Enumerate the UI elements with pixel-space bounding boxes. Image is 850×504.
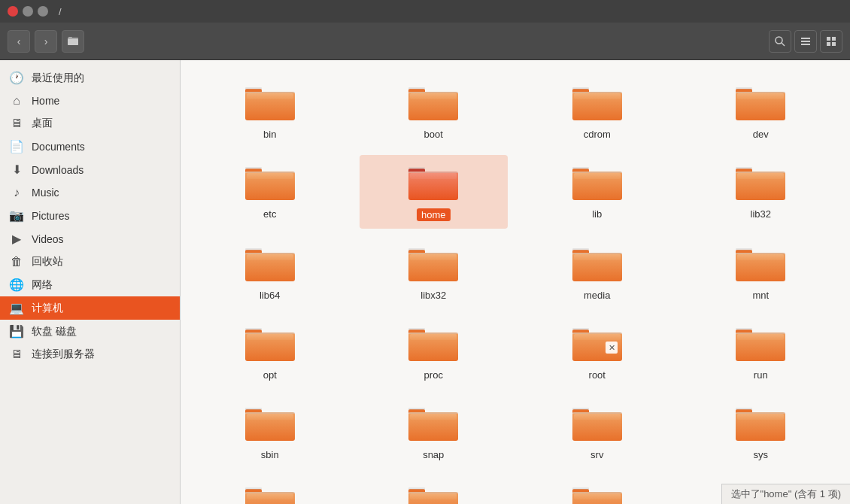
folder-bin[interactable]: bin — [196, 75, 345, 147]
sidebar-label-recent: 最近使用的 — [32, 71, 171, 85]
svg-rect-51 — [736, 172, 785, 173]
computer-icon: 💻 — [9, 301, 24, 315]
sidebar-item-floppy[interactable]: 💾软盘 磁盘 — [0, 320, 180, 343]
svg-rect-13 — [245, 87, 262, 90]
svg-rect-115 — [245, 487, 262, 490]
svg-rect-63 — [572, 248, 589, 250]
recent-icon: 🕐 — [9, 71, 24, 85]
folder-tmp[interactable]: tmp — [196, 475, 345, 504]
folder-name-root: root — [589, 369, 606, 381]
svg-rect-81 — [408, 332, 458, 334]
folder-icon-lib — [571, 162, 624, 204]
folder-root[interactable]: ✕ root — [523, 316, 672, 388]
folder-icon-mnt — [734, 244, 787, 285]
folder-icon-lib64 — [244, 244, 296, 285]
folder-media[interactable]: media — [523, 236, 672, 308]
sidebar-item-videos[interactable]: ▶Videos — [0, 227, 180, 250]
svg-rect-23 — [572, 87, 589, 90]
folder-libx32[interactable]: libx32 — [360, 236, 508, 308]
maximize-button[interactable] — [38, 6, 48, 17]
svg-rect-76 — [245, 332, 295, 334]
folder-etc[interactable]: etc — [196, 155, 345, 229]
location-button[interactable] — [62, 30, 84, 53]
svg-rect-118 — [245, 492, 295, 493]
svg-rect-75 — [247, 334, 293, 340]
folder-icon-lib32 — [734, 162, 787, 204]
folder-proc[interactable]: proc — [360, 316, 508, 388]
sidebar-label-videos: Videos — [32, 233, 171, 245]
list-view-button[interactable] — [794, 30, 817, 53]
folder-mnt[interactable]: mnt — [687, 236, 836, 308]
folder-grid: bin boot — [196, 75, 835, 504]
folder-name-lib64: lib64 — [260, 290, 280, 301]
sidebar-item-pictures[interactable]: 📷Pictures — [0, 204, 180, 227]
sidebar-label-computer: 计算机 — [32, 302, 171, 315]
sidebar-item-documents[interactable]: 📄Documents — [0, 135, 180, 158]
folder-name-snap: snap — [423, 449, 444, 460]
back-button[interactable]: ‹ — [8, 30, 30, 53]
folder-lib[interactable]: lib — [523, 155, 672, 229]
folder-boot[interactable]: boot — [360, 75, 508, 147]
sidebar-item-desktop[interactable]: 🖥桌面 — [0, 112, 180, 135]
sidebar-label-desktop: 桌面 — [32, 117, 171, 130]
folder-icon-etc — [244, 162, 296, 204]
folder-srv[interactable]: srv — [523, 396, 672, 468]
folder-usr[interactable]: usr — [360, 475, 508, 504]
svg-rect-36 — [245, 172, 295, 173]
svg-point-3 — [776, 37, 782, 44]
sidebar-item-home[interactable]: ⌂Home — [0, 90, 180, 112]
svg-text:✕: ✕ — [608, 343, 615, 352]
svg-rect-125 — [572, 487, 589, 490]
minimize-button[interactable] — [23, 6, 33, 17]
server-icon: 🖥 — [9, 348, 24, 361]
svg-rect-43 — [572, 167, 589, 169]
svg-rect-46 — [572, 172, 622, 173]
title-bar: / — [0, 0, 850, 23]
grid-view-button[interactable] — [820, 30, 842, 53]
search-button[interactable] — [769, 30, 791, 53]
music-icon: ♪ — [9, 186, 24, 199]
svg-rect-5 — [801, 38, 810, 39]
sidebar-item-recent[interactable]: 🕐最近使用的 — [0, 66, 180, 90]
svg-rect-98 — [245, 412, 295, 414]
window-title: / — [59, 6, 62, 17]
pictures-icon: 📷 — [9, 208, 24, 223]
folder-cdrom[interactable]: cdrom — [523, 75, 672, 147]
sidebar-item-computer[interactable]: 💻计算机 — [0, 296, 180, 320]
folder-name-sys: sys — [754, 449, 769, 460]
folder-dev[interactable]: dev — [687, 75, 836, 147]
videos-icon: ▶ — [9, 232, 24, 246]
sidebar-item-network[interactable]: 🌐网络 — [0, 273, 180, 296]
folder-sbin[interactable]: sbin — [196, 396, 345, 468]
close-button[interactable] — [8, 6, 18, 17]
sidebar-item-trash[interactable]: 🗑回收站 — [0, 250, 180, 273]
folder-icon-boot — [407, 83, 460, 124]
folder-icon-snap — [407, 403, 460, 445]
folder-home[interactable]: home — [360, 155, 508, 229]
svg-rect-100 — [408, 408, 425, 410]
folder-lib32[interactable]: lib32 — [687, 155, 836, 229]
folder-snap[interactable]: snap — [360, 396, 508, 468]
folder-var[interactable]: var — [523, 475, 672, 504]
sidebar-item-downloads[interactable]: ⬇Downloads — [0, 158, 180, 181]
svg-rect-48 — [736, 167, 752, 169]
folder-name-home: home — [417, 208, 451, 221]
sidebar-item-server[interactable]: 🖥连接到服务器 — [0, 343, 180, 366]
svg-rect-73 — [245, 328, 262, 330]
svg-line-4 — [782, 43, 785, 46]
folder-run[interactable]: run — [687, 316, 836, 388]
toolbar: ‹ › — [0, 23, 850, 60]
forward-button[interactable]: › — [35, 30, 57, 53]
sidebar-label-server: 连接到服务器 — [32, 348, 171, 361]
folder-opt[interactable]: opt — [196, 316, 345, 388]
svg-rect-15 — [247, 93, 293, 99]
sidebar-item-music[interactable]: ♪Music — [0, 181, 180, 204]
svg-rect-68 — [736, 248, 752, 250]
content-area: bin boot — [181, 60, 850, 504]
folder-lib64[interactable]: lib64 — [196, 236, 345, 308]
folder-icon-sbin — [244, 403, 296, 445]
folder-sys[interactable]: sys — [687, 396, 836, 468]
svg-rect-35 — [247, 173, 293, 179]
sidebar: 🕐最近使用的⌂Home🖥桌面📄Documents⬇Downloads♪Music… — [0, 60, 181, 504]
svg-rect-107 — [574, 414, 621, 420]
